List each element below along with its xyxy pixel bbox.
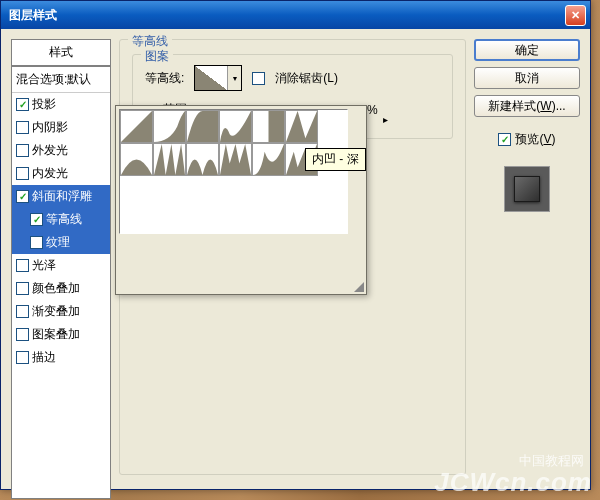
list-item-contour[interactable]: 等高线: [12, 208, 110, 231]
checkbox-icon[interactable]: [16, 282, 29, 295]
list-item-bevel[interactable]: 斜面和浮雕: [12, 185, 110, 208]
resize-handle-icon[interactable]: [352, 280, 364, 292]
contour-popup: ▸: [115, 105, 367, 295]
styles-header: 样式: [11, 39, 111, 67]
preview-swatch: [514, 176, 540, 202]
new-style-button[interactable]: 新建样式(W)...: [474, 95, 580, 117]
contour-thumb[interactable]: [153, 143, 186, 176]
styles-list: 混合选项:默认 投影 内阴影 外发光 内发光 斜面和浮雕 等高线 纹理 光泽 颜…: [11, 67, 111, 499]
contour-picker[interactable]: [194, 65, 242, 91]
list-item-texture[interactable]: 纹理: [12, 231, 110, 254]
popup-expand-icon[interactable]: ▸: [383, 114, 388, 125]
checkbox-icon[interactable]: [16, 305, 29, 318]
styles-panel: 样式 混合选项:默认 投影 内阴影 外发光 内发光 斜面和浮雕 等高线 纹理 光…: [11, 39, 111, 479]
contour-label: 等高线:: [145, 70, 184, 87]
cancel-button[interactable]: 取消: [474, 67, 580, 89]
checkbox-icon[interactable]: [16, 259, 29, 272]
checkbox-icon[interactable]: [30, 213, 43, 226]
checkbox-icon[interactable]: [16, 190, 29, 203]
inner-legend: 图案: [141, 48, 173, 65]
list-item-blending[interactable]: 混合选项:默认: [12, 67, 110, 93]
ok-button[interactable]: 确定: [474, 39, 580, 61]
checkbox-icon[interactable]: [16, 351, 29, 364]
antialias-checkbox[interactable]: [252, 72, 265, 85]
preview-checkbox[interactable]: [498, 133, 511, 146]
antialias-label: 消除锯齿(L): [275, 70, 338, 87]
checkbox-icon[interactable]: [16, 98, 29, 111]
buttons-panel: 确定 取消 新建样式(W)... 预览(V): [474, 39, 580, 479]
contour-thumb[interactable]: [219, 110, 252, 143]
list-item[interactable]: 图案叠加: [12, 323, 110, 346]
checkbox-icon[interactable]: [16, 144, 29, 157]
contour-thumb[interactable]: [186, 110, 219, 143]
list-item[interactable]: 颜色叠加: [12, 277, 110, 300]
titlebar[interactable]: 图层样式 ✕: [1, 1, 590, 29]
list-item[interactable]: 内发光: [12, 162, 110, 185]
contour-thumb[interactable]: [219, 143, 252, 176]
contour-thumb[interactable]: [186, 143, 219, 176]
chevron-down-icon[interactable]: [227, 66, 241, 90]
list-item[interactable]: 渐变叠加: [12, 300, 110, 323]
contour-thumb[interactable]: [285, 110, 318, 143]
contour-thumb[interactable]: [252, 143, 285, 176]
watermark: JCWcn.com: [434, 467, 592, 498]
contour-thumb[interactable]: [120, 143, 153, 176]
list-item[interactable]: 内阴影: [12, 116, 110, 139]
checkbox-icon[interactable]: [16, 328, 29, 341]
contour-thumb[interactable]: [153, 110, 186, 143]
window-title: 图层样式: [5, 7, 565, 24]
contour-thumb[interactable]: [252, 110, 285, 143]
range-unit: %: [367, 103, 378, 117]
checkbox-icon[interactable]: [16, 167, 29, 180]
list-item[interactable]: 外发光: [12, 139, 110, 162]
checkbox-icon[interactable]: [30, 236, 43, 249]
list-item[interactable]: 光泽: [12, 254, 110, 277]
list-item[interactable]: 描边: [12, 346, 110, 369]
list-item[interactable]: 投影: [12, 93, 110, 116]
close-button[interactable]: ✕: [565, 5, 586, 26]
tooltip: 内凹 - 深: [305, 148, 366, 171]
preview-thumbnail: [504, 166, 550, 212]
preview-label: 预览(V): [515, 131, 555, 148]
contour-grid: [119, 109, 348, 234]
contour-thumb[interactable]: [120, 110, 153, 143]
checkbox-icon[interactable]: [16, 121, 29, 134]
contour-shape-icon: [195, 66, 227, 90]
